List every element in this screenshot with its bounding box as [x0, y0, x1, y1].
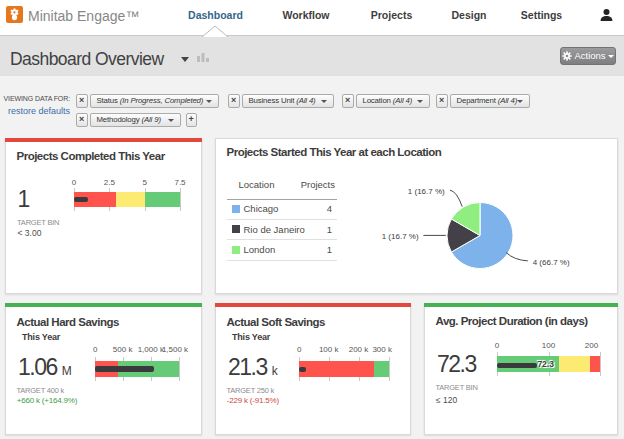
- svg-text:4 (66.7 %): 4 (66.7 %): [533, 258, 570, 267]
- svg-text:1 (16.7 %): 1 (16.7 %): [408, 187, 445, 196]
- svg-text:1 (16.7 %): 1 (16.7 %): [382, 232, 419, 241]
